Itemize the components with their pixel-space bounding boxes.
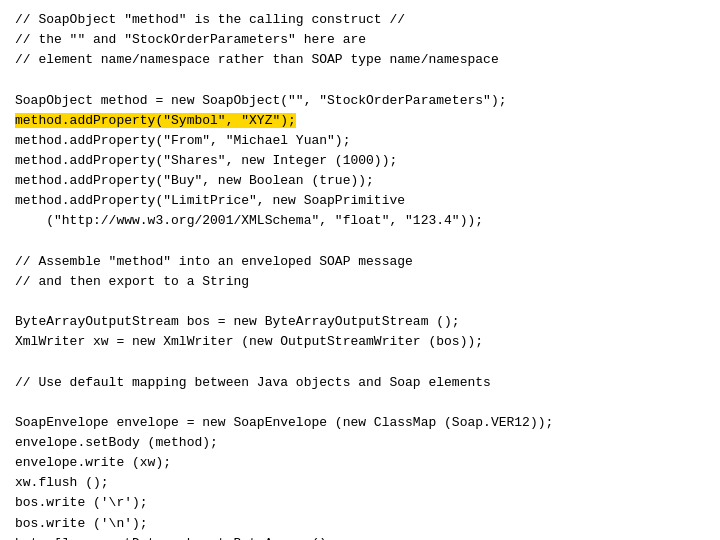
blank-line [15, 292, 705, 312]
code-line: // and then export to a String [15, 272, 705, 292]
code-line: SoapObject method = new SoapObject("", "… [15, 91, 705, 111]
normal-line: method.addProperty("From", "Michael Yuan… [15, 133, 350, 148]
code-line: method.addProperty("Shares", new Integer… [15, 151, 705, 171]
code-line: bos.write ('\r'); [15, 493, 705, 513]
code-line: method.addProperty("From", "Michael Yuan… [15, 131, 705, 151]
blank-line [15, 232, 705, 252]
blank-line [15, 70, 705, 90]
code-line: bos.write ('\n'); [15, 514, 705, 534]
code-line: // Use default mapping between Java obje… [15, 373, 705, 393]
normal-line: method.addProperty("Buy", new Boolean (t… [15, 173, 374, 188]
comment-line: // the "" and "StockOrderParameters" her… [15, 32, 366, 47]
comment-line: // Use default mapping between Java obje… [15, 375, 491, 390]
highlighted-line: method.addProperty("Symbol", "XYZ"); [15, 113, 296, 128]
code-line: XmlWriter xw = new XmlWriter (new Output… [15, 332, 705, 352]
normal-line: xw.flush (); [15, 475, 109, 490]
code-line: byte [] requestData = bos.toByteArray ()… [15, 534, 705, 540]
code-line: envelope.setBody (method); [15, 433, 705, 453]
blank-line [15, 393, 705, 413]
code-line: method.addProperty("LimitPrice", new Soa… [15, 191, 705, 211]
normal-line: SoapEnvelope envelope = new SoapEnvelope… [15, 415, 553, 430]
normal-line: method.addProperty("Shares", new Integer… [15, 153, 397, 168]
code-line: // Assemble "method" into an enveloped S… [15, 252, 705, 272]
normal-line: bos.write ('\r'); [15, 495, 148, 510]
normal-line: method.addProperty("LimitPrice", new Soa… [15, 193, 405, 208]
comment-line: // SoapObject "method" is the calling co… [15, 12, 405, 27]
code-line: envelope.write (xw); [15, 453, 705, 473]
normal-line: ByteArrayOutputStream bos = new ByteArra… [15, 314, 460, 329]
normal-line: SoapObject method = new SoapObject("", "… [15, 93, 506, 108]
code-line: ("http://www.w3.org/2001/XMLSchema", "fl… [15, 211, 705, 231]
comment-line: // Assemble "method" into an enveloped S… [15, 254, 413, 269]
code-line: ByteArrayOutputStream bos = new ByteArra… [15, 312, 705, 332]
comment-line: // and then export to a String [15, 274, 249, 289]
comment-line: // element name/namespace rather than SO… [15, 52, 499, 67]
normal-line: bos.write ('\n'); [15, 516, 148, 531]
code-line: method.addProperty("Symbol", "XYZ"); [15, 111, 705, 131]
blank-line [15, 352, 705, 372]
code-line: // the "" and "StockOrderParameters" her… [15, 30, 705, 50]
normal-line: XmlWriter xw = new XmlWriter (new Output… [15, 334, 483, 349]
code-line: SoapEnvelope envelope = new SoapEnvelope… [15, 413, 705, 433]
normal-line: envelope.setBody (method); [15, 435, 218, 450]
normal-line: envelope.write (xw); [15, 455, 171, 470]
code-line: xw.flush (); [15, 473, 705, 493]
code-line: // SoapObject "method" is the calling co… [15, 10, 705, 30]
code-line: method.addProperty("Buy", new Boolean (t… [15, 171, 705, 191]
code-line: // element name/namespace rather than SO… [15, 50, 705, 70]
normal-line: ("http://www.w3.org/2001/XMLSchema", "fl… [15, 213, 483, 228]
code-container: // SoapObject "method" is the calling co… [15, 10, 705, 540]
normal-line: byte [] requestData = bos.toByteArray ()… [15, 536, 335, 540]
